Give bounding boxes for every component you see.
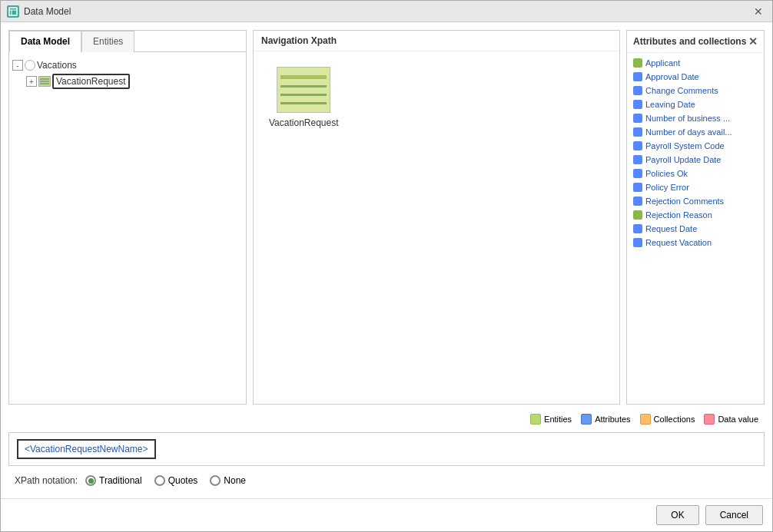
attr-item[interactable]: Change Comments	[627, 84, 764, 97]
attr-label: Applicant	[645, 58, 680, 68]
legend-row: Entities Attributes Collections Data val…	[8, 411, 765, 428]
tree-node-vacationrequest[interactable]: + VacationRequest	[26, 72, 243, 91]
footer: OK Cancel	[1, 498, 772, 531]
attr-list: Applicant Approval Date Change Comments	[627, 53, 764, 404]
tree-child-area: + VacationRequest	[26, 72, 243, 91]
tree-node-vacations[interactable]: - Vacations	[12, 58, 243, 72]
radio-circle-none[interactable]	[210, 475, 221, 486]
entity-box: VacationRequest	[269, 67, 339, 128]
bottom-section: Entities Attributes Collections Data val…	[8, 411, 765, 491]
title-bar: Data Model ✕	[1, 1, 772, 22]
notation-label: XPath notation:	[15, 475, 78, 486]
attr-header-label: Attributes and collections	[633, 36, 746, 47]
attr-item[interactable]: Rejection Reason	[627, 208, 764, 222]
attr-item[interactable]: Policy Error	[627, 180, 764, 194]
radio-circle-quotes[interactable]	[154, 475, 165, 486]
attr-header: Attributes and collections ✕	[627, 31, 764, 53]
attr-dot-blue	[633, 169, 642, 178]
legend-dot-datavalue	[704, 414, 715, 425]
tab-entities[interactable]: Entities	[81, 31, 134, 52]
attr-dot-blue	[633, 72, 642, 81]
radio-quotes[interactable]: Quotes	[154, 475, 198, 486]
legend-dot-attributes	[581, 414, 592, 425]
tree-label-vacations: Vacations	[37, 60, 77, 71]
attr-label: Approval Date	[645, 72, 699, 81]
legend-label-datavalue: Data value	[718, 415, 758, 424]
attr-dot-green	[633, 210, 642, 220]
data-model-dialog: Data Model ✕ Data Model Entities	[0, 0, 773, 532]
dialog-body: Data Model Entities - Vacations	[1, 22, 772, 498]
legend-label-collections: Collections	[654, 415, 695, 424]
expand-vacationrequest[interactable]: +	[26, 76, 37, 87]
attr-close-button[interactable]: ✕	[748, 35, 758, 48]
radio-label-traditional: Traditional	[99, 475, 142, 486]
attr-panel: Attributes and collections ✕ Applicant A…	[626, 30, 765, 405]
legend-datavalue: Data value	[704, 414, 758, 425]
attr-dot-blue	[633, 224, 642, 233]
nav-content: VacationRequest	[254, 51, 619, 404]
nav-xpath-area: Navigation Xpath VacationRequest	[253, 30, 620, 405]
legend-label-entities: Entities	[544, 415, 572, 424]
attr-item[interactable]: Payroll System Code	[627, 139, 764, 153]
attr-dot-green	[633, 58, 642, 68]
attr-dot-blue	[633, 141, 642, 150]
entity-icon-vacationrequest	[38, 76, 51, 87]
attr-label: Payroll System Code	[645, 141, 725, 150]
legend-dot-entities	[530, 414, 541, 425]
xpath-input-area: <VacationRequestNewName>	[8, 432, 765, 466]
attr-dot-blue	[633, 100, 642, 109]
attr-label: Request Vacation	[645, 238, 712, 247]
tree-area: - Vacations +	[9, 52, 246, 404]
right-panel: Navigation Xpath VacationRequest	[253, 30, 765, 405]
dialog-title: Data Model	[24, 6, 751, 17]
attr-label: Payroll Update Date	[645, 155, 721, 164]
close-button[interactable]: ✕	[751, 5, 766, 18]
attr-item[interactable]: Request Vacation	[627, 236, 764, 249]
attr-label: Rejection Comments	[645, 197, 724, 206]
radio-circle-traditional[interactable]	[85, 475, 96, 486]
attr-dot-blue	[633, 114, 642, 123]
attr-item[interactable]: Number of days avail...	[627, 125, 764, 139]
tree-label-vacationrequest: VacationRequest	[52, 74, 130, 89]
radio-none[interactable]: None	[210, 475, 246, 486]
attr-label: Policy Error	[645, 183, 689, 192]
left-panel: Data Model Entities - Vacations	[8, 30, 247, 405]
tabs-row: Data Model Entities	[9, 31, 246, 52]
attr-item[interactable]: Number of business ...	[627, 111, 764, 125]
entity-icon-large	[277, 67, 330, 113]
attr-item[interactable]: Applicant	[627, 56, 764, 70]
attr-label: Number of business ...	[645, 114, 730, 123]
radio-label-quotes: Quotes	[168, 475, 198, 486]
entity-icon-vacations	[25, 60, 35, 71]
attr-dot-blue	[633, 127, 642, 137]
cancel-button[interactable]: Cancel	[705, 505, 763, 525]
expand-vacations[interactable]: -	[12, 60, 23, 71]
legend-label-attributes: Attributes	[595, 415, 630, 424]
notation-row: XPath notation: Traditional Quotes None	[8, 471, 765, 491]
attr-item[interactable]: Approval Date	[627, 70, 764, 84]
ok-button[interactable]: OK	[656, 505, 698, 525]
attr-dot-blue	[633, 197, 642, 206]
attr-dot-blue	[633, 238, 642, 247]
radio-label-none: None	[224, 475, 246, 486]
dialog-icon	[7, 5, 19, 18]
attr-item[interactable]: Rejection Comments	[627, 194, 764, 208]
legend-collections: Collections	[640, 414, 695, 425]
entity-label: VacationRequest	[269, 117, 339, 128]
nav-xpath-header: Navigation Xpath	[254, 31, 619, 51]
attr-dot-blue	[633, 155, 642, 164]
tab-data-model[interactable]: Data Model	[9, 31, 81, 52]
legend-dot-collections	[640, 414, 651, 425]
attr-item[interactable]: Policies Ok	[627, 167, 764, 180]
radio-traditional[interactable]: Traditional	[85, 475, 142, 486]
attr-label: Rejection Reason	[645, 210, 712, 220]
attr-item[interactable]: Leaving Date	[627, 97, 764, 111]
attr-item[interactable]: Request Date	[627, 222, 764, 236]
attr-label: Policies Ok	[645, 169, 688, 178]
attr-dot-blue	[633, 86, 642, 95]
main-area: Data Model Entities - Vacations	[8, 30, 765, 405]
xpath-value[interactable]: <VacationRequestNewName>	[17, 439, 156, 459]
attr-item[interactable]: Payroll Update Date	[627, 153, 764, 167]
attr-label: Change Comments	[645, 86, 718, 95]
legend-attributes: Attributes	[581, 414, 630, 425]
